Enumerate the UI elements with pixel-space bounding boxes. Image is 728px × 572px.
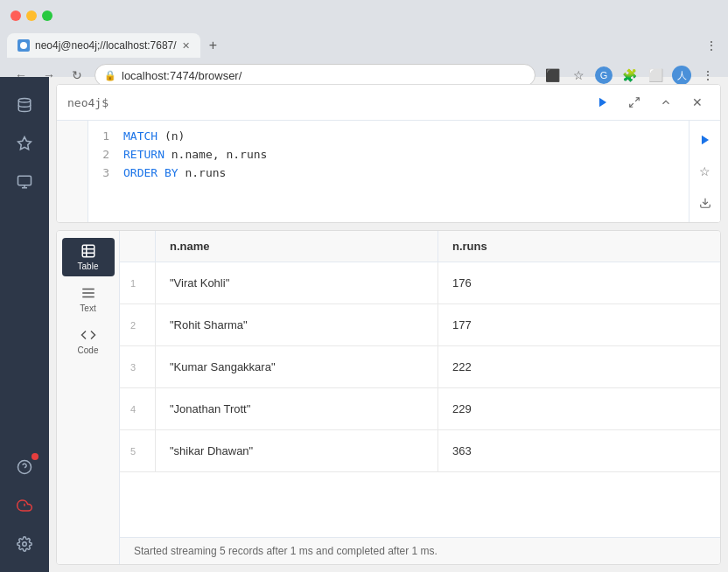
code-content-3: ORDER BY n.runs [123,164,226,183]
results-sidebar: Table Text Code [57,231,120,564]
table-row: 4 "Jonathan Trott" 229 [120,388,720,430]
cell-runs: 363 [438,430,720,471]
download-btn[interactable] [693,191,718,215]
cell-name: "Jonathan Trott" [155,388,438,429]
svg-line-13 [630,103,634,107]
cell-name: "Kumar Sangakkara" [155,346,438,387]
help-badge [32,453,38,460]
svg-point-0 [20,42,27,49]
sidebar-item-help[interactable] [7,450,42,485]
th-row-num [120,231,155,262]
view-text-btn[interactable]: Text [62,280,115,318]
tab-bar: neo4j@neo4j;//localhost:7687/ ✕ + ⋮ [0,31,728,59]
code-line-1: 1 MATCH (n) [99,128,678,146]
svg-marker-14 [701,136,708,145]
tab-close-btn[interactable]: ✕ [182,40,190,52]
results-content: n.name n.runs 1 "Virat Kohli" 176 2 "Roh… [120,231,720,564]
svg-line-12 [635,98,639,101]
run-query-btn-2[interactable] [693,128,718,152]
table-body: 1 "Virat Kohli" 176 2 "Rohit Sharma" 177… [120,262,720,472]
line-num-2: 2 [99,146,109,164]
svg-rect-16 [82,245,94,257]
sidebar-item-database[interactable] [7,87,42,122]
line-num-1: 1 [99,128,109,146]
line-num-3: 3 [99,164,109,183]
code-editor[interactable]: 1 MATCH (n) 2 RETURN n.name, n.runs 3 OR… [88,121,689,222]
results-table[interactable]: n.name n.runs 1 "Virat Kohli" 176 2 "Roh… [120,231,720,537]
code-content-2: RETURN n.name, n.runs [123,146,267,164]
sidebar-item-cloud-error[interactable] [7,488,42,523]
minimize-window-btn[interactable] [26,10,37,21]
results-layout: Table Text Code [57,231,720,564]
tab-title: neo4j@neo4j;//localhost:7687/ [35,39,177,52]
svg-marker-11 [599,98,606,108]
cell-runs: 176 [438,262,720,303]
row-num: 3 [120,346,155,387]
view-table-btn[interactable]: Table [62,238,115,276]
new-tab-btn[interactable]: + [204,38,222,53]
results-panel: Table Text Code [56,230,721,565]
query-panel: neo4j$ ✕ [56,84,721,223]
tab-favicon [18,39,30,52]
title-bar [0,0,728,31]
run-query-btn[interactable] [591,90,615,115]
cell-name: "Virat Kohli" [155,262,438,303]
browser-menu-btn[interactable]: ⋮ [702,36,721,55]
table-row: 2 "Rohit Sharma" 177 [120,304,720,346]
sidebar-item-monitor[interactable] [7,164,42,199]
star-btn[interactable]: ☆ [693,159,718,184]
app-container: neo4j$ ✕ [0,77,728,572]
table-row: 1 "Virat Kohli" 176 [120,262,720,304]
active-tab[interactable]: neo4j@neo4j;//localhost:7687/ ✕ [7,33,200,58]
svg-marker-2 [18,137,32,150]
query-header: neo4j$ ✕ [57,85,720,120]
svg-point-1 [18,99,31,103]
code-content-1: MATCH (n) [123,128,185,146]
sidebar-item-favorites[interactable] [7,126,42,161]
table-row: 3 "Kumar Sangakkara" 222 [120,346,720,388]
svg-rect-3 [18,176,32,185]
view-code-label: Code [78,345,99,355]
cell-runs: 229 [438,388,720,429]
results-footer: Started streaming 5 records after 1 ms a… [120,537,720,564]
table-row: 5 "shikar Dhawan" 363 [120,430,720,472]
query-prompt: neo4j$ [67,96,591,109]
table-header: n.name n.runs [120,231,720,262]
view-table-label: Table [78,262,99,271]
th-name: n.name [155,231,438,262]
main-content: neo4j$ ✕ [49,77,728,572]
fullscreen-btn[interactable] [622,90,647,115]
close-query-btn[interactable]: ✕ [685,90,710,115]
maximize-window-btn[interactable] [42,10,52,21]
window-controls [10,10,52,21]
sidebar [0,77,49,572]
code-line-2: 2 RETURN n.name, n.runs [99,146,678,164]
row-num: 5 [120,430,155,471]
cell-runs: 177 [438,304,720,345]
view-code-btn[interactable]: Code [62,322,115,360]
view-text-label: Text [80,303,95,313]
sidebar-item-settings[interactable] [7,527,42,562]
cell-name: "shikar Dhawan" [155,430,438,471]
browser-chrome: neo4j@neo4j;//localhost:7687/ ✕ + ⋮ ← → … [0,0,728,77]
query-actions: ✕ [591,90,710,115]
svg-point-10 [23,542,27,547]
code-line-3: 3 ORDER BY n.runs [99,164,678,183]
row-num: 1 [120,262,155,303]
cell-runs: 222 [438,346,720,387]
cell-name: "Rohit Sharma" [155,304,438,345]
th-runs: n.runs [438,231,720,262]
row-num: 4 [120,388,155,429]
close-window-btn[interactable] [10,10,21,21]
row-num: 2 [120,304,155,345]
collapse-btn[interactable] [654,90,678,115]
